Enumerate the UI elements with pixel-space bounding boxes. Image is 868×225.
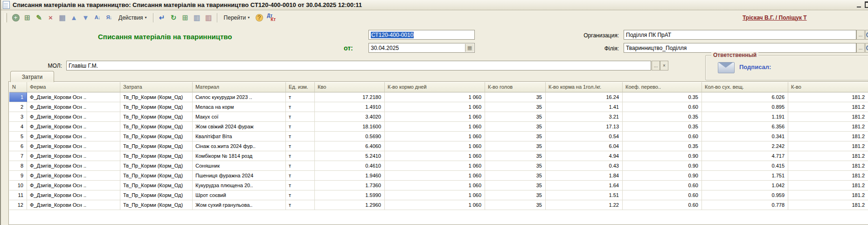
cell-qty[interactable]: 1.5990 (315, 190, 385, 200)
cell-coef[interactable]: 0.60 (623, 181, 702, 190)
cell-unit[interactable]: т (286, 200, 315, 210)
cell-total[interactable]: 181.2 (788, 151, 868, 161)
cell-farm[interactable]: Ф_Дзигів_Корови Осн .. (27, 112, 120, 122)
cell-n[interactable]: 6 (9, 141, 27, 151)
cell-dry_matter[interactable]: 1.751 (702, 171, 788, 181)
table-row[interactable]: 1Ф_Дзигів_Корови Осн ..Тв_Пр_Корми (Корм… (9, 92, 868, 102)
cell-qty[interactable]: 1.4910 (315, 102, 385, 112)
column-header-per_head[interactable]: К-во корма на 1гол./кг. (546, 82, 623, 92)
cell-heads[interactable]: 35 (485, 151, 546, 161)
cell-qty[interactable]: 3.4020 (315, 112, 385, 122)
table-row[interactable]: 6Ф_Дзигів_Корови Осн ..Тв_Пр_Корми (Корм… (9, 141, 868, 151)
cell-per_head[interactable]: 4.94 (546, 151, 623, 161)
table-row[interactable]: 11Ф_Дзигів_Корови Осн ..Тв_Пр_Корми (Кор… (9, 190, 868, 200)
column-header-unit[interactable]: Ед. изм. (286, 82, 315, 92)
cell-unit[interactable]: т (286, 141, 315, 151)
table-row[interactable]: 12Ф_Дзигів_Корови Осн ..Тв_Пр_Корми (Кор… (9, 200, 868, 210)
column-header-heads[interactable]: К-во голов (485, 82, 546, 92)
cell-unit[interactable]: т (286, 171, 315, 181)
cell-farm[interactable]: Ф_Дзигів_Корови Осн .. (27, 190, 120, 200)
cell-feed_days[interactable]: 1 060 (385, 171, 485, 181)
cell-material[interactable]: Квалітіфат Віта (193, 132, 286, 141)
cell-dry_matter[interactable]: 4.717 (702, 151, 788, 161)
organization-search-icon[interactable] (865, 30, 868, 40)
cell-coef[interactable]: 0.90 (623, 171, 702, 181)
toolbar-grip[interactable] (5, 13, 7, 22)
branch-input[interactable]: Тваринництво_Поділля (624, 43, 856, 53)
cell-qty[interactable]: 0.4610 (315, 161, 385, 171)
cell-feed_days[interactable]: 1 060 (385, 122, 485, 132)
cell-cost_item[interactable]: Тв_Пр_Корми (Корм_Од) (120, 161, 193, 171)
cell-feed_days[interactable]: 1 060 (385, 190, 485, 200)
doc-in-icon[interactable]: ▥ (192, 12, 202, 23)
column-header-dry_matter[interactable]: Кол-во сух. вещ. (702, 82, 788, 92)
cell-n[interactable]: 8 (9, 161, 27, 171)
cell-coef[interactable]: 0.60 (623, 200, 702, 210)
cell-coef[interactable]: 0.60 (623, 190, 702, 200)
cell-qty[interactable]: 18.1600 (315, 122, 385, 132)
tab-zatraty[interactable]: Затрати (10, 71, 54, 82)
cell-heads[interactable]: 35 (485, 102, 546, 112)
cell-farm[interactable]: Ф_Дзигів_Корови Осн .. (27, 132, 120, 141)
cell-heads[interactable]: 35 (485, 181, 546, 190)
cell-material[interactable]: Кукурудза плющена 20.. (193, 181, 286, 190)
cell-total[interactable]: 181.2 (788, 141, 868, 151)
cell-material[interactable]: Сінаж оз.жита 2024 фур.. (193, 141, 286, 151)
cell-unit[interactable]: т (286, 190, 315, 200)
cell-unit[interactable]: т (286, 92, 315, 102)
column-header-feed_days[interactable]: К-во кормо дней (385, 82, 485, 92)
cell-per_head[interactable]: 6.04 (546, 141, 623, 151)
restore-button[interactable] (864, 1, 868, 8)
cell-coef[interactable]: 0.90 (623, 161, 702, 171)
cell-dry_matter[interactable]: 1.042 (702, 181, 788, 190)
organization-lookup-button[interactable]: ... (856, 30, 865, 40)
refresh-icon[interactable]: ↻ (168, 12, 179, 23)
cell-cost_item[interactable]: Тв_Пр_Корми (Корм_Од) (120, 102, 193, 112)
cell-per_head[interactable]: 1.22 (546, 200, 623, 210)
cell-qty[interactable]: 6.4060 (315, 141, 385, 151)
cell-cost_item[interactable]: Тв_Пр_Корми (Корм_Од) (120, 92, 193, 102)
cell-unit[interactable]: т (286, 112, 315, 122)
cell-n[interactable]: 10 (9, 181, 27, 190)
sort-asc-icon[interactable]: А↓ (92, 12, 103, 23)
cell-heads[interactable]: 35 (485, 190, 546, 200)
cell-heads[interactable]: 35 (485, 112, 546, 122)
help-icon[interactable]: ? (254, 12, 264, 23)
cell-per_head[interactable]: 3.21 (546, 112, 623, 122)
cell-dry_matter[interactable]: 0.415 (702, 161, 788, 171)
cell-coef[interactable]: 0.90 (623, 151, 702, 161)
column-header-total[interactable]: К-во (788, 82, 868, 92)
cell-per_head[interactable]: 0.54 (546, 132, 623, 141)
cell-n[interactable]: 11 (9, 190, 27, 200)
cell-material[interactable]: Макух сої (193, 112, 286, 122)
cell-total[interactable]: 181.2 (788, 112, 868, 122)
organization-input[interactable]: Поділля ПК ПрАТ (624, 30, 856, 40)
cell-cost_item[interactable]: Тв_Пр_Корми (Корм_Од) (120, 171, 193, 181)
table-row[interactable]: 2Ф_Дзигів_Корови Осн ..Тв_Пр_Корми (Корм… (9, 102, 868, 112)
copy-icon[interactable]: ⊞ (22, 12, 33, 23)
cell-cost_item[interactable]: Тв_Пр_Корми (Корм_Од) (120, 181, 193, 190)
table-row[interactable]: 7Ф_Дзигів_Корови Осн ..Тв_Пр_Корми (Корм… (9, 151, 868, 161)
current-user-link[interactable]: Тріскач В.Г. / Поліщук Т (743, 14, 807, 21)
cell-qty[interactable]: 1.2960 (315, 200, 385, 210)
cell-feed_days[interactable]: 1 060 (385, 102, 485, 112)
cell-unit[interactable]: т (286, 151, 315, 161)
move-down-icon[interactable]: ▼ (80, 12, 91, 23)
cell-qty[interactable]: 1.7360 (315, 181, 385, 190)
mol-input[interactable]: Главіш Г.М. (66, 61, 651, 70)
cell-material[interactable]: Пшениця фуражна 2024 (193, 171, 286, 181)
add-icon[interactable]: + (10, 12, 21, 23)
cell-n[interactable]: 4 (9, 122, 27, 132)
cell-coef[interactable]: 0.35 (623, 112, 702, 122)
document-number-input[interactable]: СТ120-400-0010 (368, 30, 475, 40)
cell-dry_matter[interactable]: 1.191 (702, 112, 788, 122)
cell-cost_item[interactable]: Тв_Пр_Корми (Корм_Од) (120, 141, 193, 151)
cell-unit[interactable]: т (286, 161, 315, 171)
cell-total[interactable]: 181.2 (788, 200, 868, 210)
cell-total[interactable]: 181.2 (788, 102, 868, 112)
column-header-n[interactable]: N (9, 82, 27, 92)
move-up-icon[interactable]: ▲ (69, 12, 79, 23)
branch-lookup-button[interactable]: ... (856, 43, 865, 53)
cell-dry_matter[interactable]: 0.778 (702, 200, 788, 210)
column-header-cost_item[interactable]: Затрата (120, 82, 193, 92)
